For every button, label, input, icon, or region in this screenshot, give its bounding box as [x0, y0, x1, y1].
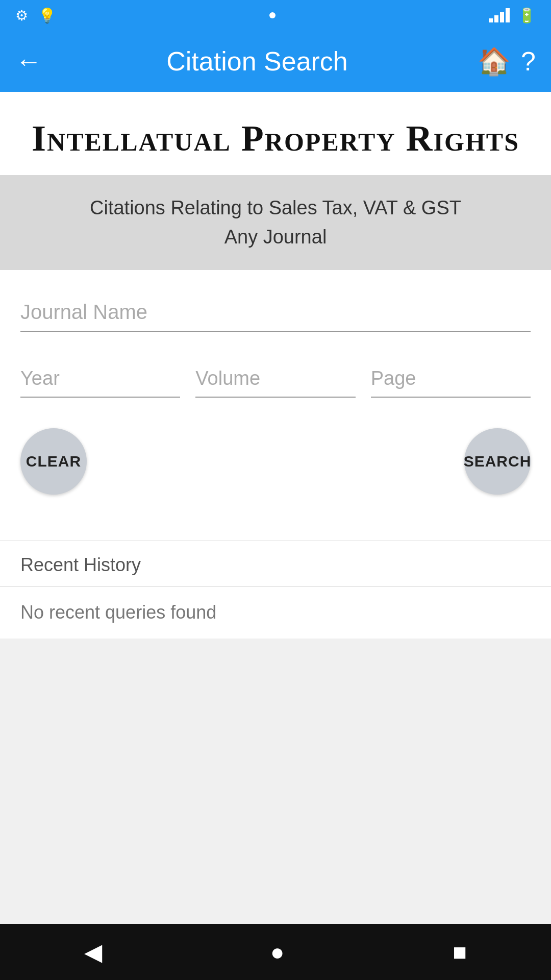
- nav-back-button[interactable]: ◀: [84, 938, 102, 966]
- main-content: Intellatual Property Rights Citations Re…: [0, 92, 551, 945]
- volume-input[interactable]: [195, 362, 355, 398]
- year-input[interactable]: [20, 362, 180, 398]
- history-section: Recent History No recent queries found: [0, 541, 551, 639]
- page-group: [371, 362, 531, 398]
- status-bar: ⚙ 💡 🔋: [0, 0, 551, 31]
- no-queries-text: No recent queries found: [20, 586, 531, 639]
- search-button[interactable]: SEARCH: [464, 428, 531, 495]
- nav-bar: ◀ ● ■: [0, 924, 551, 980]
- nav-home-button[interactable]: ●: [270, 938, 285, 966]
- year-group: [20, 362, 180, 398]
- subtitle-text: Citations Relating to Sales Tax, VAT & G…: [15, 193, 536, 252]
- page-input[interactable]: [371, 362, 531, 398]
- title-section: Intellatual Property Rights: [0, 92, 551, 175]
- nav-recent-button[interactable]: ■: [453, 938, 467, 966]
- volume-group: [195, 362, 355, 398]
- home-button[interactable]: 🏠: [478, 46, 511, 77]
- notification-dot: [269, 12, 276, 18]
- status-right-icons: 🔋: [489, 7, 536, 24]
- app-title: Intellatual Property Rights: [15, 117, 536, 160]
- app-bar-title: Citation Search: [52, 46, 462, 77]
- history-label: Recent History: [20, 541, 531, 586]
- subtitle-line1: Citations Relating to Sales Tax, VAT & G…: [90, 197, 461, 218]
- battery-icon: 🔋: [518, 7, 536, 24]
- help-button[interactable]: ?: [521, 46, 536, 77]
- signal-icon: [489, 8, 510, 22]
- journal-name-input[interactable]: [20, 296, 531, 332]
- app-bar: ← Citation Search 🏠 ?: [0, 31, 551, 92]
- gear-icon: ⚙: [15, 7, 28, 24]
- clear-button[interactable]: CLEAR: [20, 428, 87, 495]
- buttons-row: CLEAR SEARCH: [20, 428, 531, 495]
- subtitle-banner: Citations Relating to Sales Tax, VAT & G…: [0, 175, 551, 270]
- form-section: CLEAR SEARCH: [0, 270, 551, 541]
- row-inputs: [20, 362, 531, 398]
- back-button[interactable]: ←: [15, 46, 42, 77]
- lightbulb-icon: 💡: [38, 7, 56, 24]
- status-left-icons: ⚙ 💡: [15, 7, 56, 24]
- empty-area: [0, 639, 551, 945]
- subtitle-line2: Any Journal: [224, 226, 327, 248]
